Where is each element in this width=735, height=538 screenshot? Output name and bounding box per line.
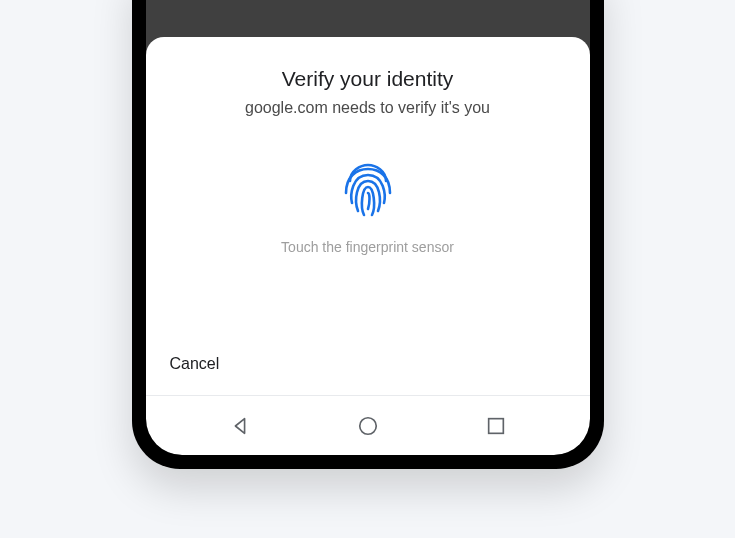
dialog-title: Verify your identity — [170, 67, 566, 91]
dialog-subtitle: google.com needs to verify it's you — [170, 99, 566, 117]
dialog-content: Verify your identity google.com needs to… — [146, 37, 590, 337]
phone-screen: Verify your identity google.com needs to… — [146, 0, 590, 455]
back-icon[interactable] — [229, 415, 251, 437]
dialog-actions: Cancel — [146, 337, 590, 395]
recents-icon[interactable] — [485, 415, 507, 437]
cancel-button[interactable]: Cancel — [170, 351, 220, 377]
home-icon[interactable] — [357, 415, 379, 437]
android-navbar — [146, 395, 590, 455]
fingerprint-hint: Touch the fingerprint sensor — [281, 239, 454, 255]
svg-point-0 — [359, 417, 376, 434]
fingerprint-icon[interactable] — [340, 163, 396, 219]
fingerprint-area: Touch the fingerprint sensor — [170, 163, 566, 255]
svg-rect-1 — [488, 418, 503, 433]
biometric-dialog: Verify your identity google.com needs to… — [146, 37, 590, 395]
phone-frame: Verify your identity google.com needs to… — [132, 0, 604, 469]
